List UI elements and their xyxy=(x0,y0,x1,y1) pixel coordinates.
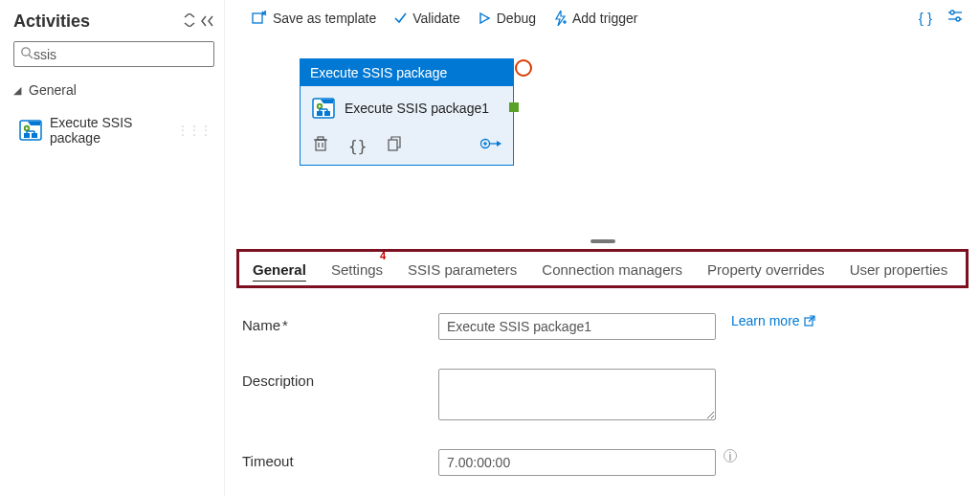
code-view-icon[interactable]: { } xyxy=(919,10,932,26)
general-form: Name* Learn more Description Timeout i xyxy=(236,288,969,476)
tree-node-general[interactable]: ◢ General xyxy=(13,80,214,100)
svg-rect-21 xyxy=(317,111,323,116)
search-box[interactable] xyxy=(13,41,214,67)
svg-point-0 xyxy=(22,48,30,56)
svg-point-17 xyxy=(956,17,960,21)
svg-rect-30 xyxy=(318,137,323,140)
copy-icon[interactable] xyxy=(388,136,401,155)
toolbar-label: Debug xyxy=(497,11,536,26)
name-input[interactable] xyxy=(438,313,716,340)
activity-node[interactable]: Execute SSIS package Execute SSIS packag… xyxy=(300,58,514,166)
play-icon xyxy=(478,11,491,25)
debug-button[interactable]: Debug xyxy=(478,11,536,26)
search-input[interactable] xyxy=(33,47,208,62)
info-icon[interactable]: i xyxy=(724,449,737,462)
sidebar-header: Activities xyxy=(13,11,214,32)
pipeline-toolbar: Save as template Validate Debug Add trig… xyxy=(225,0,980,34)
svg-rect-22 xyxy=(324,111,330,116)
description-input[interactable] xyxy=(438,369,716,420)
svg-rect-31 xyxy=(389,140,397,150)
learn-more-link[interactable]: Learn more xyxy=(731,313,815,328)
node-body: Execute SSIS package1 xyxy=(301,86,513,128)
svg-rect-6 xyxy=(32,133,37,138)
toolbar-label: Add trigger xyxy=(572,11,637,26)
svg-rect-26 xyxy=(316,140,325,150)
activities-sidebar: Activities ◢ General xyxy=(0,0,225,496)
ssis-package-icon xyxy=(19,120,42,141)
output-port[interactable] xyxy=(509,102,519,112)
tab-user-properties[interactable]: User properties xyxy=(850,261,948,278)
node-label: Execute SSIS package1 xyxy=(345,101,489,116)
drag-handle-icon[interactable]: ⋮⋮⋮ xyxy=(176,123,211,138)
timeout-label: Timeout xyxy=(242,449,438,469)
trigger-icon xyxy=(553,11,567,26)
timeout-input[interactable] xyxy=(438,449,716,476)
form-row-description: Description xyxy=(242,369,961,420)
svg-rect-10 xyxy=(253,13,262,23)
external-link-icon xyxy=(804,315,815,327)
svg-rect-5 xyxy=(24,133,30,138)
delete-icon[interactable] xyxy=(314,136,327,155)
pipeline-canvas[interactable]: Execute SSIS package Execute SSIS packag… xyxy=(225,34,980,239)
tab-settings[interactable]: Settings xyxy=(331,261,383,278)
save-template-icon xyxy=(252,11,267,26)
form-row-timeout: Timeout i xyxy=(242,449,961,476)
output-arrow-icon[interactable] xyxy=(480,137,501,154)
svg-marker-36 xyxy=(497,141,501,147)
expand-icon[interactable] xyxy=(184,13,195,30)
description-label: Description xyxy=(242,369,438,389)
collapse-pane-icon[interactable] xyxy=(201,13,214,30)
tab-connection-managers[interactable]: Connection managers xyxy=(542,261,682,278)
code-icon[interactable]: {} xyxy=(348,137,367,155)
settings-sliders-icon[interactable] xyxy=(947,10,963,26)
toolbar-label: Save as template xyxy=(273,11,376,26)
form-row-name: Name* Learn more xyxy=(242,313,961,340)
add-trigger-button[interactable]: Add trigger xyxy=(553,11,637,26)
tree-label: General xyxy=(29,82,77,98)
tab-property-overrides[interactable]: Property overrides xyxy=(707,261,825,278)
save-template-button[interactable]: Save as template xyxy=(252,11,376,26)
properties-pane: 4 General Settings SSIS parameters Conne… xyxy=(225,239,980,496)
caret-down-icon: ◢ xyxy=(13,84,21,97)
node-header: Execute SSIS package xyxy=(301,59,513,86)
properties-tabs: 4 General Settings SSIS parameters Conne… xyxy=(236,249,969,288)
sidebar-title: Activities xyxy=(13,11,90,32)
resize-handle[interactable] xyxy=(590,239,615,243)
tab-general[interactable]: General xyxy=(253,261,306,278)
svg-line-1 xyxy=(29,55,33,58)
annotation-badge: 4 xyxy=(380,250,386,261)
activity-item-ssis[interactable]: Execute SSIS package ⋮⋮⋮ xyxy=(13,109,214,151)
annotation-circle-icon xyxy=(515,59,532,77)
canvas-area: Save as template Validate Debug Add trig… xyxy=(225,0,980,496)
node-footer: {} xyxy=(301,128,513,165)
search-icon xyxy=(20,46,33,62)
toolbar-right-icons: { } xyxy=(919,10,963,26)
validate-button[interactable]: Validate xyxy=(393,11,460,26)
svg-marker-11 xyxy=(480,13,489,23)
sidebar-header-icons xyxy=(184,13,214,30)
activity-item-label: Execute SSIS package xyxy=(50,115,168,146)
name-label: Name* xyxy=(242,313,438,333)
tab-ssis-parameters[interactable]: SSIS parameters xyxy=(408,261,517,278)
ssis-package-icon xyxy=(312,98,335,119)
toolbar-label: Validate xyxy=(412,11,460,26)
svg-point-15 xyxy=(950,11,954,14)
check-icon xyxy=(393,11,407,25)
